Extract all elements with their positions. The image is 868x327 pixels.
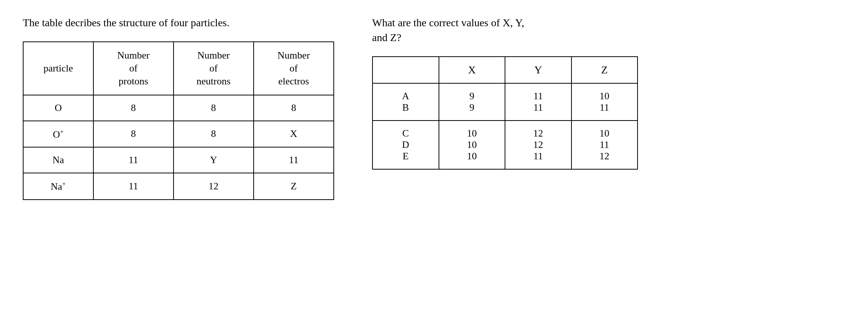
option-a-x: 99 bbox=[439, 83, 505, 121]
protons-na-plus: 11 bbox=[93, 173, 174, 200]
option-c-x: 101010 bbox=[439, 121, 505, 169]
left-table-header-row: particle Numberofprotons Numberofneutron… bbox=[23, 42, 334, 95]
protons-o-plus: 8 bbox=[93, 121, 174, 148]
neutrons-na-plus: 12 bbox=[174, 173, 254, 200]
particle-na-plus: Na+ bbox=[23, 173, 93, 200]
particle-o-plus: O+ bbox=[23, 121, 93, 148]
right-table: X Y Z AB 99 1111 1011 CDE 101010 121211 … bbox=[372, 56, 638, 170]
header-protons: Numberofprotons bbox=[93, 42, 174, 95]
right-section: What are the correct values of X, Y,and … bbox=[372, 15, 638, 170]
question-text: What are the correct values of X, Y,and … bbox=[372, 15, 600, 45]
table-row: CDE 101010 121211 101112 bbox=[372, 121, 638, 169]
table-row: O+ 8 8 X bbox=[23, 121, 334, 148]
neutrons-na: Y bbox=[174, 147, 254, 173]
option-a-y: 1111 bbox=[505, 83, 571, 121]
table-row: AB 99 1111 1011 bbox=[372, 83, 638, 121]
table-row: Na 11 Y 11 bbox=[23, 147, 334, 173]
option-c-z: 101112 bbox=[571, 121, 638, 169]
electrons-o: 8 bbox=[254, 95, 334, 121]
electrons-na-plus: Z bbox=[254, 173, 334, 200]
option-a-label: AB bbox=[372, 83, 439, 121]
left-table: particle Numberofprotons Numberofneutron… bbox=[23, 41, 334, 200]
option-c-y: 121211 bbox=[505, 121, 571, 169]
left-section: The table decribes the structure of four… bbox=[23, 15, 334, 200]
protons-o: 8 bbox=[93, 95, 174, 121]
header-electrons: Numberofelectros bbox=[254, 42, 334, 95]
header-neutrons: Numberofneutrons bbox=[174, 42, 254, 95]
header-x: X bbox=[439, 57, 505, 83]
header-particle: particle bbox=[23, 42, 93, 95]
particle-o: O bbox=[23, 95, 93, 121]
option-c-label: CDE bbox=[372, 121, 439, 169]
electrons-o-plus: X bbox=[254, 121, 334, 148]
option-a-z: 1011 bbox=[571, 83, 638, 121]
particle-na: Na bbox=[23, 147, 93, 173]
header-empty bbox=[372, 57, 439, 83]
neutrons-o: 8 bbox=[174, 95, 254, 121]
protons-na: 11 bbox=[93, 147, 174, 173]
table-row: Na+ 11 12 Z bbox=[23, 173, 334, 200]
right-table-header-row: X Y Z bbox=[372, 57, 638, 83]
neutrons-o-plus: 8 bbox=[174, 121, 254, 148]
table-row: O 8 8 8 bbox=[23, 95, 334, 121]
header-y: Y bbox=[505, 57, 571, 83]
description-text: The table decribes the structure of four… bbox=[23, 15, 251, 30]
header-z: Z bbox=[571, 57, 638, 83]
electrons-na: 11 bbox=[254, 147, 334, 173]
page-container: The table decribes the structure of four… bbox=[23, 15, 845, 200]
